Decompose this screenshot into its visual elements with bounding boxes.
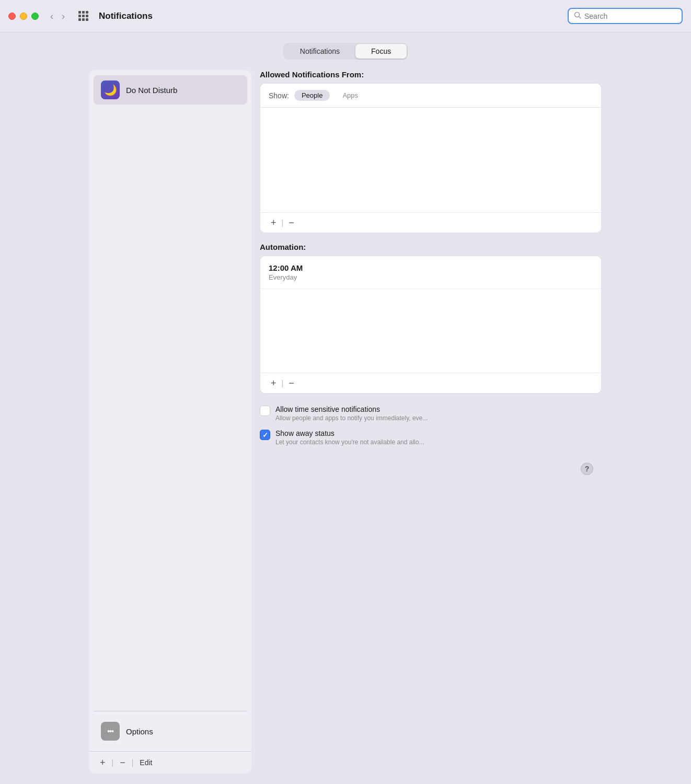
show-away-text: Show away status Let your contacts know … <box>275 429 424 446</box>
options-icon: ••• <box>101 722 120 741</box>
automation-box: 12:00 AM Everyday + | − <box>260 256 602 394</box>
automation-bottom-bar: + | − <box>260 373 601 393</box>
focus-item-label: Do Not Disturb <box>126 86 177 95</box>
automation-item[interactable]: 12:00 AM Everyday <box>260 256 601 289</box>
show-tabs-row: Show: People Apps <box>260 84 601 108</box>
show-away-checkbox[interactable]: ✓ <box>260 430 270 440</box>
show-label: Show: <box>269 91 289 100</box>
time-sensitive-row: Allow time sensitive notifications Allow… <box>260 405 602 422</box>
minimize-button[interactable] <box>20 13 27 20</box>
left-panel: 🌙 Do Not Disturb ••• Options + | − | Edi <box>89 70 251 774</box>
apps-tab[interactable]: Apps <box>335 90 365 101</box>
add-focus-button[interactable]: + <box>98 757 108 768</box>
automation-time: 12:00 AM <box>269 263 593 272</box>
help-btn-container: ? <box>260 457 602 480</box>
list-separator: | <box>282 218 284 227</box>
time-sensitive-desc: Allow people and apps to notify you imme… <box>275 414 428 422</box>
allowed-bottom-bar: + | − <box>260 212 601 233</box>
allowed-box: Show: People Apps + | − <box>260 83 602 233</box>
help-button[interactable]: ? <box>581 463 593 475</box>
nav-buttons: ‹ › <box>47 10 68 22</box>
back-button[interactable]: ‹ <box>47 10 56 22</box>
focus-item-dnd[interactable]: 🌙 Do Not Disturb <box>94 75 247 105</box>
close-button[interactable] <box>8 13 16 20</box>
options-label: Options <box>126 727 153 736</box>
automation-empty-area <box>260 289 601 373</box>
automation-frequency: Everyday <box>269 273 593 281</box>
options-item[interactable]: ••• Options <box>94 717 247 746</box>
titlebar: ‹ › Notifications <box>0 0 691 32</box>
search-box[interactable] <box>568 8 683 24</box>
search-input[interactable] <box>584 12 676 20</box>
automation-section: Automation: 12:00 AM Everyday + | − <box>260 243 602 394</box>
forward-button[interactable]: › <box>59 10 68 22</box>
time-sensitive-text: Allow time sensitive notifications Allow… <box>275 405 428 422</box>
remove-allowed-button[interactable]: − <box>286 217 296 228</box>
bottom-separator: | <box>112 758 114 767</box>
allowed-section-title: Allowed Notifications From: <box>260 70 602 79</box>
remove-automation-button[interactable]: − <box>286 377 296 389</box>
time-sensitive-label: Allow time sensitive notifications <box>275 405 428 413</box>
checkbox-section: Allow time sensitive notifications Allow… <box>260 403 602 448</box>
time-sensitive-checkbox[interactable] <box>260 406 270 416</box>
tab-notifications[interactable]: Notifications <box>284 44 355 59</box>
remove-focus-button[interactable]: − <box>118 757 128 768</box>
add-allowed-button[interactable]: + <box>269 217 279 228</box>
fullscreen-button[interactable] <box>31 13 39 20</box>
add-automation-button[interactable]: + <box>269 377 279 389</box>
automation-section-title: Automation: <box>260 243 602 251</box>
tab-focus[interactable]: Focus <box>355 44 407 59</box>
show-away-label: Show away status <box>275 429 424 437</box>
window-title: Notifications <box>99 11 561 21</box>
left-bottom-bar: + | − | Edit <box>89 751 251 774</box>
show-away-desc: Let your contacts know you're not availa… <box>275 439 424 446</box>
dnd-icon: 🌙 <box>101 80 120 99</box>
panels: 🌙 Do Not Disturb ••• Options + | − | Edi <box>89 70 602 774</box>
bottom-separator-2: | <box>132 758 134 767</box>
traffic-lights <box>8 13 39 20</box>
svg-line-1 <box>579 17 581 19</box>
checkmark-icon: ✓ <box>262 431 268 439</box>
options-section: ••• Options <box>89 711 251 751</box>
edit-focus-button[interactable]: Edit <box>137 757 154 768</box>
allowed-notifications-section: Allowed Notifications From: Show: People… <box>260 70 602 233</box>
search-icon <box>574 11 581 20</box>
focus-list: 🌙 Do Not Disturb <box>89 70 251 711</box>
segment-control: Notifications Focus <box>283 43 408 60</box>
right-panel: Allowed Notifications From: Show: People… <box>260 70 602 774</box>
show-away-row: ✓ Show away status Let your contacts kno… <box>260 429 602 446</box>
allowed-list-area <box>260 108 601 212</box>
automation-separator: | <box>282 379 284 387</box>
grid-icon[interactable] <box>78 11 88 21</box>
people-tab[interactable]: People <box>294 90 330 101</box>
main-content: Notifications Focus 🌙 Do Not Disturb •••… <box>0 32 691 784</box>
